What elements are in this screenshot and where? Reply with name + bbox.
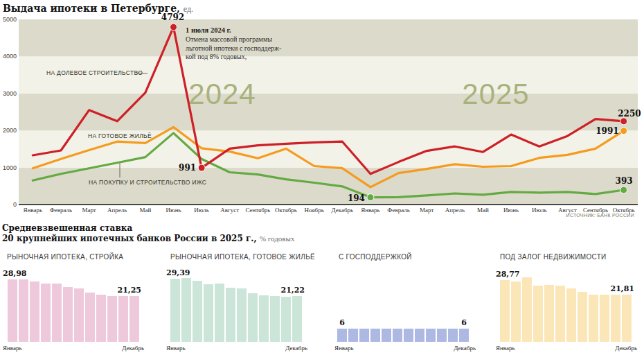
x-label-last: Декабрь bbox=[285, 345, 307, 352]
x-label-first: Январь bbox=[496, 345, 515, 352]
x-label-first: Январь bbox=[166, 345, 186, 352]
bar bbox=[19, 279, 28, 342]
bar bbox=[404, 329, 413, 342]
annotation-line: кой под 8% годовых, bbox=[186, 53, 247, 60]
point-value-label: 194 bbox=[348, 193, 365, 203]
bar bbox=[107, 296, 117, 343]
y-tick-label: 5000 bbox=[3, 16, 17, 23]
data-point-dot bbox=[198, 164, 205, 171]
bar bbox=[448, 329, 458, 342]
series-label: НА ПОКУПКУ И СТРОИТЕЛЬСТВО ИЖС bbox=[89, 179, 206, 186]
bar bbox=[348, 329, 358, 342]
bar-chart-title: ПОД ЗАЛОГ НЕДВИЖИМОСТИ bbox=[500, 253, 607, 261]
bar bbox=[181, 278, 191, 342]
bar bbox=[8, 279, 17, 342]
bar bbox=[129, 296, 139, 342]
x-month-label: Июль bbox=[194, 207, 209, 214]
annotation-title: 1 июля 2024 г. bbox=[186, 26, 231, 34]
data-point-dot bbox=[620, 187, 627, 193]
bar bbox=[622, 295, 632, 342]
bar bbox=[589, 295, 598, 343]
y-tick-label: 2000 bbox=[3, 127, 17, 134]
chart-band bbox=[19, 94, 638, 130]
bar bbox=[533, 286, 543, 342]
bar bbox=[359, 329, 369, 342]
bar bbox=[52, 284, 62, 342]
point-value-label: 1991 bbox=[596, 126, 618, 136]
point-value-label: 2250 bbox=[618, 109, 641, 119]
section2-title-line2-text: 20 крупнейших ипотечных банков России в … bbox=[2, 234, 257, 243]
bar bbox=[544, 285, 554, 342]
bar bbox=[270, 296, 280, 342]
bar-chart-secured-by-real-estate: ПОД ЗАЛОГ НЕДВИЖИМОСТИ 28,77 21,81 Январ… bbox=[496, 250, 637, 355]
annotation-line: льготной ипотеки с господдерж- bbox=[186, 44, 281, 52]
year-watermark: 2025 bbox=[462, 78, 529, 110]
x-month-label: Апрель bbox=[107, 207, 127, 214]
bar bbox=[248, 293, 258, 342]
bar bbox=[226, 288, 235, 342]
bar-chart-title: С ГОСПОДДЕРЖКОЙ bbox=[339, 253, 412, 261]
bar-chart-title: РЫНОЧНАЯ ИПОТЕКА, ГОТОВОЕ ЖИЛЬЁ bbox=[170, 253, 315, 261]
bar-chart-state-support: С ГОСПОДДЕРЖКОЙ 6 6 Январь Декабрь bbox=[334, 250, 476, 355]
bar-chart-market-finished-housing: РЫНОЧНАЯ ИПОТЕКА, ГОТОВОЕ ЖИЛЬЁ 29,39 21… bbox=[166, 250, 307, 355]
source-label: ИСТОЧНИК: БАНК РОССИИ bbox=[566, 213, 634, 218]
mortgage-infographic: { "header": {"title": "Выдача ипотеки в … bbox=[0, 0, 644, 364]
bar bbox=[566, 288, 576, 343]
bar bbox=[555, 286, 565, 342]
bars bbox=[8, 276, 139, 342]
bar bbox=[426, 329, 436, 342]
x-label-first: Январь bbox=[3, 345, 22, 352]
bar bbox=[382, 329, 391, 342]
bar bbox=[281, 297, 291, 342]
x-month-label: Май bbox=[477, 207, 489, 214]
point-value-label: 393 bbox=[616, 176, 633, 186]
series-label: НА ДОЛЕВОЕ СТРОИТЕЛЬСТВО bbox=[46, 69, 143, 76]
year-watermark: 2024 bbox=[188, 78, 256, 110]
x-month-label: Март bbox=[420, 207, 433, 214]
x-label-last: Декабрь bbox=[122, 345, 144, 352]
x-month-label: Февраль bbox=[50, 207, 73, 214]
bar bbox=[63, 287, 73, 342]
bar bbox=[415, 329, 424, 342]
bar bbox=[118, 296, 128, 342]
annotation-line: Отмена массовой программы bbox=[186, 35, 272, 43]
bar bbox=[511, 281, 521, 342]
bars bbox=[170, 276, 302, 342]
bar bbox=[96, 295, 106, 342]
series-label: НА ГОТОВОЕ ЖИЛЬЁ bbox=[88, 132, 152, 139]
chart-band bbox=[19, 19, 638, 56]
section2-title: Средневзвешенная ставка 20 крупнейших ип… bbox=[2, 223, 294, 244]
bar bbox=[459, 329, 469, 342]
bar bbox=[41, 284, 51, 342]
x-month-label: Январь bbox=[24, 207, 43, 214]
bar bbox=[170, 279, 180, 342]
bar bbox=[85, 293, 95, 342]
bar bbox=[500, 280, 510, 342]
x-month-label: Июнь bbox=[166, 207, 181, 214]
y-tick-label: 3000 bbox=[3, 90, 17, 97]
bar bbox=[611, 295, 620, 342]
bar-chart-market-new-construction: РЫНОЧНАЯ ИПОТЕКА, СТРОЙКА 28,98 21,25 Ян… bbox=[3, 250, 144, 355]
data-point-dot bbox=[367, 194, 374, 201]
section2-title-unit: % годовых bbox=[260, 234, 295, 243]
x-month-label: Октябрь bbox=[275, 207, 297, 214]
x-month-label: Июнь bbox=[503, 207, 519, 214]
y-tick-label: 4000 bbox=[3, 53, 17, 60]
bar bbox=[193, 281, 202, 342]
x-label-last: Декабрь bbox=[454, 345, 476, 352]
x-label-last: Декабрь bbox=[615, 345, 637, 352]
bar bbox=[215, 284, 224, 342]
x-month-label: Январь bbox=[361, 207, 380, 214]
x-month-label: Ноябрь bbox=[305, 207, 324, 214]
x-month-label: Апрель bbox=[445, 207, 465, 214]
bar bbox=[237, 288, 247, 342]
bar bbox=[437, 329, 447, 342]
bar bbox=[30, 281, 39, 342]
chart-band bbox=[19, 168, 638, 205]
x-month-label: Август bbox=[220, 207, 239, 214]
y-tick-label: 0 bbox=[13, 201, 17, 208]
bar bbox=[337, 329, 347, 342]
x-month-label: Июль bbox=[532, 207, 547, 214]
bar bbox=[204, 284, 213, 342]
bar bbox=[393, 329, 402, 342]
